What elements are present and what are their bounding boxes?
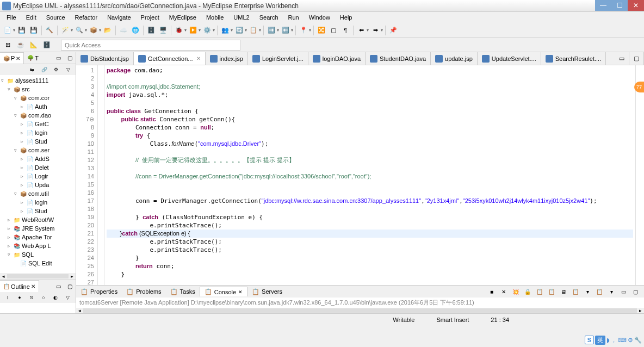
tree-node[interactable]: ▹📄GetC <box>1 120 75 128</box>
tree-node[interactable]: ▿📦com.ser <box>1 146 75 154</box>
console-tool-icon[interactable]: ✕ <box>498 286 509 297</box>
save-all-icon[interactable]: 💾 <box>28 25 39 36</box>
next-icon[interactable]: ➡️ <box>266 25 277 36</box>
tree-node[interactable]: ▹📚Web App L <box>1 241 75 250</box>
editor-max-icon[interactable]: ▢ <box>629 52 644 65</box>
tree-node[interactable]: ▿📦com.cor <box>1 94 75 102</box>
tree-node[interactable]: ▹📄Stud <box>1 137 75 146</box>
tree-node[interactable]: ▿📦src <box>1 85 75 94</box>
ime-half-icon[interactable]: ◗ <box>606 337 610 344</box>
tree-node[interactable]: ▹📄Delet <box>1 163 75 172</box>
tree-node[interactable]: ▿📁SQL <box>1 250 75 259</box>
mark-icon[interactable]: 📍 <box>298 25 309 36</box>
menu-edit[interactable]: Edit <box>22 13 41 22</box>
pin-icon[interactable]: 📌 <box>388 25 399 36</box>
tree-node[interactable]: ▹📄Logir <box>1 172 75 181</box>
run-icon[interactable]: ▶️ <box>188 25 199 36</box>
forward-icon[interactable]: ➡ <box>370 25 381 36</box>
editor-tab[interactable]: UpdateServlet.... <box>478 52 541 65</box>
tree-node[interactable]: ▹📚Apache Tor <box>1 233 75 241</box>
console-tool-icon[interactable]: 📋 <box>546 286 557 297</box>
toggle-icon[interactable]: 🔀 <box>316 25 327 36</box>
static-icon[interactable]: S <box>26 292 37 303</box>
editor-min-icon[interactable]: ▭ <box>615 52 629 65</box>
open-icon[interactable]: 📂 <box>102 25 113 36</box>
link-icon[interactable]: 🔗 <box>39 64 49 75</box>
block-icon[interactable]: ▢ <box>328 25 339 36</box>
filter-icon[interactable]: ⚙ <box>51 64 61 75</box>
editor-tab[interactable]: LoginServlet.j... <box>248 52 308 65</box>
outline-min-icon[interactable]: ▭ <box>53 280 64 292</box>
cloud-icon[interactable]: ☁️ <box>118 25 129 36</box>
deploy-icon[interactable]: 🌐 <box>130 25 141 36</box>
ime-punct-icon[interactable]: ， <box>611 336 617 344</box>
tab-tasks[interactable]: 📋Tasks <box>166 287 200 296</box>
ime-softkb-icon[interactable]: ⌨ <box>618 337 627 344</box>
tree-node[interactable]: ▿📦com.util <box>1 189 75 198</box>
persp-java-icon[interactable]: ☕ <box>15 40 26 51</box>
field-icon[interactable]: ● <box>14 292 25 303</box>
team-icon[interactable]: 👥 <box>220 25 231 36</box>
editor-tab[interactable]: update.jsp <box>431 52 478 65</box>
db-icon[interactable]: 🗄️ <box>146 25 157 36</box>
console-tool-icon[interactable]: 🖥 <box>558 286 569 297</box>
prev-icon[interactable]: ⬅️ <box>280 25 291 36</box>
debug-icon[interactable]: 🐞 <box>174 25 184 36</box>
persp-db-icon[interactable]: 🗄️ <box>41 40 52 51</box>
console-tool-icon[interactable]: ▾ <box>582 286 593 297</box>
project-tree[interactable]: ▿📁alysses1111▿📦src▿📦com.cor▹📄Auth▿📦com.d… <box>0 75 76 273</box>
tab-servers[interactable]: 📋Servers <box>247 287 287 296</box>
ws-icon[interactable]: ¶ <box>340 25 351 36</box>
tab-outline[interactable]: 📋 Outline ✕ <box>0 280 39 292</box>
tree-node[interactable]: ▹📄Stud <box>1 207 75 215</box>
outline-menu-icon[interactable]: ▽ <box>62 292 73 303</box>
menu-search[interactable]: Search <box>255 13 283 22</box>
tab-type-hierarchy[interactable]: 🌳 T <box>24 52 42 64</box>
tree-node[interactable]: ▹📄AddS <box>1 154 75 163</box>
console-tool-icon[interactable]: ▢ <box>630 286 641 297</box>
server-icon[interactable]: 🖥️ <box>158 25 169 36</box>
tree-node[interactable]: 📄SQL Edit <box>1 259 75 268</box>
package-icon[interactable]: 📦 <box>88 25 99 36</box>
console-tool-icon[interactable]: 💥 <box>510 286 521 297</box>
ime-logo[interactable]: S <box>585 336 594 344</box>
tree-node[interactable]: ▹📚JRE System <box>1 224 75 233</box>
editor-tab[interactable]: loginDAO.java <box>308 52 366 65</box>
menu-refactor[interactable]: Refactor <box>71 13 102 22</box>
console-tool-icon[interactable]: ▾ <box>606 286 617 297</box>
tab-properties[interactable]: 📋Properties <box>76 287 122 296</box>
open-persp-icon[interactable]: ⊞ <box>2 40 13 51</box>
outline-max-icon[interactable]: ▢ <box>64 280 76 292</box>
editor-tab[interactable]: SearchResulet.... <box>541 52 606 65</box>
console-tool-icon[interactable]: ▭ <box>618 286 629 297</box>
tree-node[interactable]: ▹📄Auth <box>1 102 75 111</box>
menu-icon[interactable]: ▽ <box>63 64 73 75</box>
tab-problems[interactable]: 📋Problems <box>122 287 165 296</box>
editor-tab[interactable]: StudentDAO.java <box>366 52 431 65</box>
menu-uml2[interactable]: UML2 <box>229 13 253 22</box>
back-icon[interactable]: ⬅ <box>356 25 367 36</box>
save-icon[interactable]: 💾 <box>16 25 27 36</box>
local-icon[interactable]: ◐ <box>50 292 61 303</box>
public-icon[interactable]: ○ <box>38 292 49 303</box>
editor-tab[interactable]: index.jsp <box>206 52 248 65</box>
min-icon[interactable]: ▭ <box>53 52 64 64</box>
console-tool-icon[interactable]: 🔒 <box>522 286 533 297</box>
console-tool-icon[interactable]: 📋 <box>570 286 581 297</box>
tree-node[interactable]: ▹📄login <box>1 198 75 207</box>
console-tool-icon[interactable]: 📋 <box>534 286 545 297</box>
maximize-button[interactable]: ☐ <box>611 0 628 11</box>
tree-node[interactable]: ▹📄Upda <box>1 181 75 189</box>
menu-mobile[interactable]: Mobile <box>202 13 228 22</box>
console-tool-icon[interactable]: ■ <box>486 286 497 297</box>
ime-lang[interactable]: 英 <box>595 336 605 345</box>
code-editor[interactable]: package com.dao; //import com.mysql.jdbc… <box>104 65 635 285</box>
menu-window[interactable]: Window <box>305 13 335 22</box>
editor-tab[interactable]: GetConnection...✕ <box>134 52 206 65</box>
console-tool-icon[interactable]: 📋 <box>594 286 605 297</box>
tree-node[interactable]: ▹📁WebRoot/W <box>1 215 75 224</box>
editor-tab[interactable]: DisStudent.jsp <box>76 52 134 65</box>
tree-node[interactable]: ▿📦com.dao <box>1 111 75 120</box>
synch-icon[interactable]: 🔄 <box>234 25 245 36</box>
close-button[interactable]: ✕ <box>628 0 644 11</box>
